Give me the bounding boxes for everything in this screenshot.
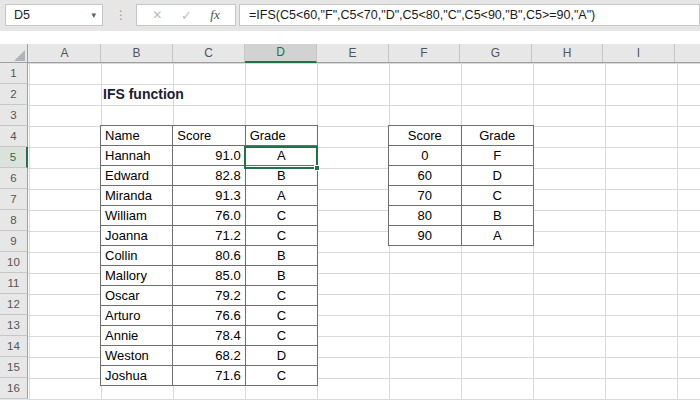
column-header-h[interactable]: H bbox=[532, 44, 603, 62]
cell-d5-selected[interactable]: A bbox=[245, 146, 317, 166]
cell-score[interactable]: 91.0 bbox=[173, 146, 245, 166]
cell-grade[interactable]: C bbox=[245, 286, 317, 306]
cell-score[interactable]: 71.6 bbox=[173, 366, 245, 386]
insert-function-icon[interactable]: fx bbox=[210, 7, 219, 23]
row-header-11[interactable]: 11 bbox=[0, 273, 28, 294]
cell-score[interactable]: 80.6 bbox=[173, 246, 245, 266]
cell-name[interactable]: Mallory bbox=[101, 266, 173, 286]
cell-score[interactable]: 78.4 bbox=[173, 326, 245, 346]
cancel-icon[interactable]: ✕ bbox=[152, 8, 162, 22]
cell-name[interactable]: Miranda bbox=[101, 186, 173, 206]
table-row: Weston 68.2 D bbox=[101, 346, 318, 366]
cell-name[interactable]: Edward bbox=[101, 166, 173, 186]
row-header-2[interactable]: 2 bbox=[0, 84, 28, 105]
row-header-16[interactable]: 16 bbox=[0, 378, 28, 399]
table-header-row: Score Grade bbox=[389, 126, 534, 146]
cell-score[interactable]: 82.8 bbox=[173, 166, 245, 186]
cell-name[interactable]: Arturo bbox=[101, 306, 173, 326]
cell-name[interactable]: Joshua bbox=[101, 366, 173, 386]
formula-bar: D5 ▾ ⋮ ✕ ✓ fx =IFS(C5<60,"F",C5<70,"D",C… bbox=[0, 0, 700, 31]
name-box-value: D5 bbox=[14, 8, 30, 22]
chevron-down-icon[interactable]: ▾ bbox=[91, 5, 96, 25]
cell-name[interactable]: Collin bbox=[101, 246, 173, 266]
grades-header-name[interactable]: Name bbox=[101, 126, 173, 146]
cell-grade[interactable]: A bbox=[461, 226, 534, 246]
cell-grade[interactable]: F bbox=[461, 146, 534, 166]
cell-score[interactable]: 68.2 bbox=[173, 346, 245, 366]
cell-score[interactable]: 80 bbox=[389, 206, 462, 226]
cell-score[interactable]: 76.6 bbox=[173, 306, 245, 326]
cell-name[interactable]: William bbox=[101, 206, 173, 226]
lookup-header-grade[interactable]: Grade bbox=[461, 126, 534, 146]
row-header-6[interactable]: 6 bbox=[0, 168, 28, 189]
column-header-e[interactable]: E bbox=[317, 44, 389, 62]
cell-grade[interactable]: C bbox=[461, 186, 534, 206]
page-title[interactable]: IFS function bbox=[103, 84, 184, 105]
cell-name[interactable]: Joanna bbox=[101, 226, 173, 246]
cell-score[interactable]: 76.0 bbox=[173, 206, 245, 226]
formula-input[interactable]: =IFS(C5<60,"F",C5<70,"D",C5<80,"C",C5<90… bbox=[239, 4, 700, 26]
column-header-f[interactable]: F bbox=[389, 44, 460, 62]
column-header-i[interactable]: I bbox=[603, 44, 675, 62]
column-header-g[interactable]: G bbox=[460, 44, 532, 62]
cell-score[interactable]: 60 bbox=[389, 166, 462, 186]
row-header-15[interactable]: 15 bbox=[0, 357, 28, 378]
table-row: Joanna 71.2 C bbox=[101, 226, 318, 246]
grades-table: Name Score Grade Hannah 91.0 A Edward 82… bbox=[100, 125, 318, 386]
grades-header-score[interactable]: Score bbox=[173, 126, 245, 146]
cell-grade[interactable]: C bbox=[245, 366, 317, 386]
cell-grade[interactable]: C bbox=[245, 326, 317, 346]
cell-score[interactable]: 90 bbox=[389, 226, 462, 246]
cell-grade[interactable]: B bbox=[245, 166, 317, 186]
table-row: 70 C bbox=[389, 186, 534, 206]
lookup-header-score[interactable]: Score bbox=[389, 126, 462, 146]
cell-grade[interactable]: A bbox=[245, 186, 317, 206]
row-header-3[interactable]: 3 bbox=[0, 105, 28, 126]
cell-grade[interactable]: C bbox=[245, 206, 317, 226]
row-header-10[interactable]: 10 bbox=[0, 252, 28, 273]
table-row: Hannah 91.0 A bbox=[101, 146, 318, 166]
cell-name[interactable]: Oscar bbox=[101, 286, 173, 306]
cell-name[interactable]: Annie bbox=[101, 326, 173, 346]
fill-handle[interactable] bbox=[314, 165, 320, 171]
row-header-8[interactable]: 8 bbox=[0, 210, 28, 231]
row-header-13[interactable]: 13 bbox=[0, 315, 28, 336]
column-header-c[interactable]: C bbox=[173, 44, 245, 62]
cell-grade[interactable]: B bbox=[461, 206, 534, 226]
cell-score[interactable]: 85.0 bbox=[173, 266, 245, 286]
cell-score[interactable]: 91.3 bbox=[173, 186, 245, 206]
column-header-d-selected[interactable]: D bbox=[245, 44, 317, 63]
grades-header-grade[interactable]: Grade bbox=[245, 126, 317, 146]
cell-grade[interactable]: D bbox=[245, 346, 317, 366]
row-header-9[interactable]: 9 bbox=[0, 231, 28, 252]
cell-score[interactable]: 79.2 bbox=[173, 286, 245, 306]
row-header-14[interactable]: 14 bbox=[0, 336, 28, 357]
row-header-4[interactable]: 4 bbox=[0, 126, 28, 147]
table-row: Collin 80.6 B bbox=[101, 246, 318, 266]
enter-icon[interactable]: ✓ bbox=[181, 8, 192, 23]
cell-grade[interactable]: C bbox=[245, 226, 317, 246]
column-header-a[interactable]: A bbox=[29, 44, 101, 62]
cell-grade[interactable]: C bbox=[245, 306, 317, 326]
table-row: Edward 82.8 B bbox=[101, 166, 318, 186]
cell-grade[interactable]: B bbox=[245, 246, 317, 266]
table-row: Mallory 85.0 B bbox=[101, 266, 318, 286]
cell-grade[interactable]: B bbox=[245, 266, 317, 286]
cell-name[interactable]: Weston bbox=[101, 346, 173, 366]
row-header-7[interactable]: 7 bbox=[0, 189, 28, 210]
row-header-1[interactable]: 1 bbox=[0, 63, 28, 84]
cell-name[interactable]: Hannah bbox=[101, 146, 173, 166]
table-row: Miranda 91.3 A bbox=[101, 186, 318, 206]
select-all-button[interactable] bbox=[0, 44, 28, 62]
table-row: 90 A bbox=[389, 226, 534, 246]
cell-score[interactable]: 71.2 bbox=[173, 226, 245, 246]
name-box[interactable]: D5 ▾ bbox=[5, 4, 103, 26]
cell-grade[interactable]: D bbox=[461, 166, 534, 186]
cell-score[interactable]: 0 bbox=[389, 146, 462, 166]
cell-score[interactable]: 70 bbox=[389, 186, 462, 206]
table-row: 60 D bbox=[389, 166, 534, 186]
column-header-b[interactable]: B bbox=[101, 44, 173, 62]
row-header-12[interactable]: 12 bbox=[0, 294, 28, 315]
row-header-5-selected[interactable]: 5 bbox=[0, 147, 28, 168]
toolbar-gap bbox=[0, 31, 700, 44]
